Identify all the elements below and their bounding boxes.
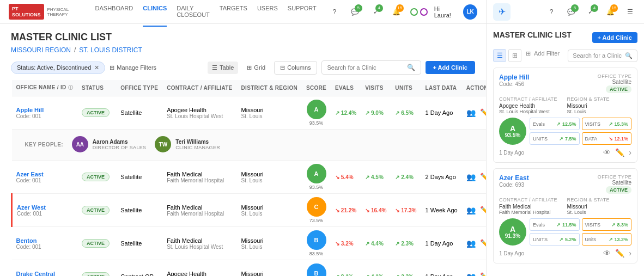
cell-office-name: Azer West Code: 001 (12, 194, 77, 227)
cell-actions: 👥 ✏️ › (462, 227, 486, 260)
right-bell-icon[interactable]: 🔔 15 (603, 4, 618, 20)
people-icon[interactable]: 👥 (466, 173, 476, 181)
nav-items: DASHBOARD CLINICS DAILY CLOSEOUT TARGETS… (95, 0, 317, 27)
logo: PT SOLUTIONS PHYSICAL THERAPY (9, 4, 79, 20)
notification-icon[interactable]: 🔔 15 (390, 4, 404, 20)
breadcrumb-region[interactable]: MISSOURI REGION (11, 46, 71, 54)
right-help-icon[interactable]: ? (544, 4, 559, 20)
panel-grid-view-button[interactable]: ⊞ (508, 49, 521, 62)
filter-icon: ⊞ (110, 64, 114, 71)
nav-support[interactable]: SUPPORT (288, 0, 317, 27)
edit-icon[interactable]: ✏️ (480, 173, 486, 181)
user-avatar[interactable]: LK (463, 4, 477, 20)
chat-icon[interactable]: 💬 5 (348, 4, 362, 20)
card-edit-icon[interactable]: ✏️ (615, 249, 624, 257)
evals-metric: ↘ 5.4% (335, 174, 356, 180)
right-chat-icon[interactable]: 💬 5 (563, 4, 579, 20)
card-header: Azer East Code: 693 OFFICE TYPE Satellit… (499, 174, 631, 194)
toolbar: Status: Active, Discontinued ✕ ⊞ Manage … (11, 60, 475, 75)
cell-last-data: 1 Day Ago (421, 96, 462, 130)
people-icon[interactable]: 👥 (466, 206, 476, 214)
grid-view-button[interactable]: ⊞ Grid (242, 62, 270, 74)
nav-dashboard[interactable]: DASHBOARD (95, 0, 133, 27)
card-metric-data: DATA ↘ 12.1% (582, 132, 632, 145)
person-avatar: TW (155, 136, 171, 152)
cell-actions: 👥 ✏️ › (462, 260, 486, 277)
edit-icon[interactable]: ✏️ (480, 272, 486, 276)
evals-metric: ↘ 3.2% (335, 241, 356, 247)
manage-filters-button[interactable]: ⊞ Manage Filters (110, 64, 156, 71)
card-clinic-name[interactable]: Azer East (499, 174, 529, 182)
card-chevron-icon[interactable]: › (629, 148, 631, 157)
active-filter[interactable]: Status: Active, Discontinued ✕ (11, 62, 105, 74)
nav-daily-closeout[interactable]: DAILY CLOSEOUT (177, 0, 210, 27)
th-score: SCORE (302, 80, 331, 96)
breadcrumb-district[interactable]: ST. LOUIS DISTRICT (79, 46, 142, 54)
people-icon[interactable]: 👥 (466, 272, 476, 276)
cell-actions: 👥 ✏️ › (462, 96, 486, 130)
clinic-name-link[interactable]: Benton (16, 237, 73, 244)
right-check-icon[interactable]: ✓ 4 (583, 4, 598, 20)
person-name: Aaron Adams (93, 139, 146, 145)
search-clinic-input[interactable] (327, 64, 404, 71)
card-view-icon[interactable]: 👁 (603, 148, 611, 157)
panel-add-clinic-button[interactable]: + Add Clinic (592, 32, 637, 43)
card-score-row: A 93.5% Evals ↗ 12.5% VISITS ↗ 15.3% UNI… (499, 118, 631, 145)
cell-actions: 👥 ✏️ › (462, 194, 486, 227)
check-icon[interactable]: ✓ 4 (369, 4, 383, 20)
clinic-name-link[interactable]: Azer East (16, 171, 73, 177)
edit-icon[interactable]: ✏️ (480, 108, 486, 117)
card-metric-visits: VISITS ↗ 8.3% (582, 218, 632, 231)
status-badge: ACTIVE (82, 239, 110, 248)
cell-status: ACTIVE (77, 260, 116, 277)
cell-contract: Apogee Health St. Louis Hospital West (162, 260, 236, 277)
people-icon[interactable]: 👥 (466, 108, 476, 117)
right-panel: ✈ ? 💬 5 ✓ 4 🔔 15 ☰ MASTER CLINIC LIST + … (486, 0, 644, 276)
th-actions: ACTIONS (462, 80, 486, 96)
nav-users[interactable]: USERS (257, 0, 278, 27)
cell-contract: Faith Medical Faith Memorial Hospital (162, 161, 236, 194)
add-clinic-button[interactable]: + Add Clinic (426, 61, 475, 74)
card-score-circle: A 93.5% (499, 118, 526, 145)
card-office-type: Satellite (598, 79, 631, 85)
card-edit-icon[interactable]: ✏️ (615, 148, 624, 157)
edit-icon[interactable]: ✏️ (480, 206, 486, 214)
person-role: CLINIC MANAGER (175, 145, 220, 150)
clinic-name-link[interactable]: Apple Hill (16, 107, 73, 113)
card-view-icon[interactable]: 👁 (603, 249, 611, 257)
cell-status: ACTIVE (77, 194, 116, 227)
view-toggle: ☰ Table ⊞ Grid (208, 62, 270, 74)
table-view-button[interactable]: ☰ Table (208, 62, 238, 74)
key-person: AA Aaron Adams DIRECTOR OF SALES (72, 136, 146, 152)
card-chevron-icon[interactable]: › (629, 249, 631, 257)
panel-filter-button[interactable]: ⊞ Add Filter (526, 50, 560, 57)
clinic-name-link[interactable]: Drake Central (16, 271, 73, 277)
status-badge: ACTIVE (82, 272, 110, 276)
cell-contract: Faith Medical Faith Memorial Hospital (162, 194, 236, 227)
edit-icon[interactable]: ✏️ (480, 239, 486, 248)
th-last-data: LAST DATA (421, 80, 462, 96)
card-clinic-name[interactable]: Apple Hill (499, 73, 529, 81)
people-icon[interactable]: 👥 (466, 239, 476, 248)
panel-list-view-button[interactable]: ☰ (493, 49, 506, 62)
search-clinic-container[interactable]: 🔍 (321, 60, 421, 75)
right-menu-icon[interactable]: ☰ (622, 4, 637, 20)
card-score-circle: A 91.3% (499, 218, 526, 246)
clinic-name-link[interactable]: Azer West (17, 204, 73, 211)
filter-close-icon[interactable]: ✕ (94, 64, 99, 71)
cell-status: ACTIVE (77, 161, 116, 194)
expanded-row-content: KEY PEOPLE: AA Aaron Adams DIRECTOR OF S… (12, 130, 487, 161)
cell-status: ACTIVE (77, 227, 116, 260)
right-content: MASTER CLINIC LIST + Add Clinic ☰ ⊞ ⊞ Ad… (487, 24, 644, 275)
clinic-cards-container: Apple Hill Code: 456 OFFICE TYPE Satelli… (493, 68, 637, 263)
cell-actions: 👥 ✏️ › (462, 161, 486, 194)
help-icon[interactable]: ? (327, 4, 342, 20)
columns-button[interactable]: ⊟ Columns (274, 61, 317, 75)
cell-visits: ↗ 4.4% (361, 227, 391, 260)
card-region-sub: St. Louis (567, 210, 632, 215)
nav-clinics[interactable]: CLINICS (143, 0, 167, 27)
cell-visits: ↘ 16.4% (361, 194, 391, 227)
nav-targets[interactable]: TARGETS (220, 0, 247, 27)
cell-district: Missouri St. Louis (237, 260, 302, 277)
panel-search[interactable]: Search for a Clinic 🔍 (568, 50, 637, 62)
